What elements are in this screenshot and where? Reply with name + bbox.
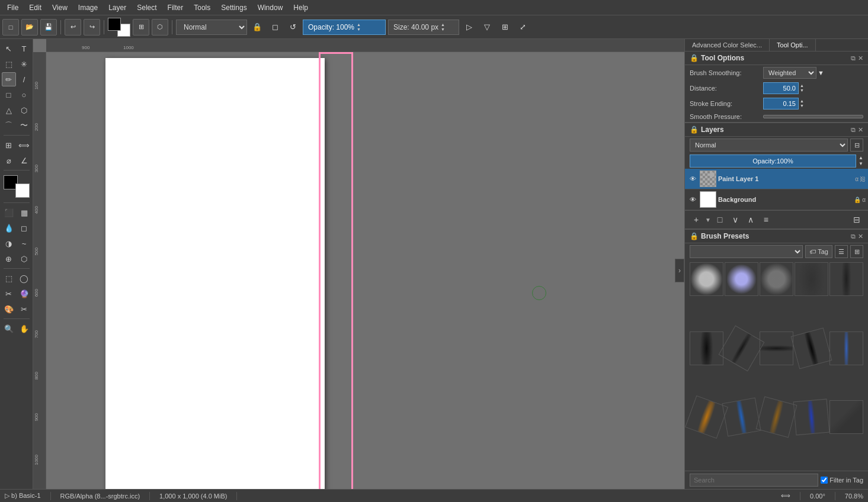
layer-menu-button[interactable]: ≡	[760, 213, 773, 226]
brush-item-11[interactable]	[685, 395, 728, 439]
tab-tool-options[interactable]: Tool Opti...	[770, 39, 816, 51]
menu-file[interactable]: File	[2, 2, 23, 13]
tool-zoom[interactable]: 🔍	[2, 321, 16, 336]
new-image-button[interactable]: □	[2, 19, 19, 36]
expand-button[interactable]: ⤢	[515, 20, 530, 35]
grid-button[interactable]: ⊞	[497, 20, 513, 35]
brush-item-13[interactable]	[756, 397, 797, 438]
redo-button[interactable]: ↪	[84, 19, 100, 36]
menu-help[interactable]: Help	[289, 2, 313, 13]
brush-item-12[interactable]	[722, 398, 761, 437]
lock-alpha-button[interactable]: 🔒	[249, 20, 265, 35]
distance-spinner[interactable]: ▲▼	[800, 83, 804, 93]
tool-fuzzy-select[interactable]: 🔮	[17, 287, 31, 301]
brush-item-3[interactable]	[760, 262, 793, 296]
brush-smoothing-expand[interactable]: ▼	[818, 69, 824, 76]
brush-item-14[interactable]	[793, 399, 830, 436]
brush-item-10[interactable]	[829, 332, 863, 365]
brush-item-6[interactable]	[690, 332, 723, 365]
tool-gradient[interactable]: ▦	[17, 205, 31, 220]
stroke-ending-spinner[interactable]: ▲▼	[800, 99, 804, 108]
menu-window[interactable]: Window	[253, 2, 288, 13]
undo-button[interactable]: ↩	[65, 19, 81, 36]
erase-button[interactable]: ◻	[267, 20, 283, 35]
tool-fill[interactable]: ⬛	[2, 205, 16, 220]
brush-presets-close-icon[interactable]: ✕	[858, 233, 863, 240]
status-resize-icon[interactable]: ⟺	[781, 492, 790, 500]
flip-h-button[interactable]: ▷	[462, 20, 477, 35]
tool-smudge[interactable]: ~	[17, 236, 31, 250]
tab-advanced-color[interactable]: Advanced Color Selec...	[685, 39, 770, 51]
brush-smoothing-select[interactable]: Weighted None Basic	[763, 67, 816, 79]
stroke-ending-input[interactable]	[763, 98, 799, 110]
menu-layer[interactable]: Layer	[104, 2, 131, 13]
tool-triangle[interactable]: △	[2, 103, 16, 117]
layer-visibility-bg[interactable]: 👁	[687, 194, 698, 205]
tool-options-float-icon[interactable]: ⧉	[851, 54, 856, 62]
brush-tag-dropdown[interactable]	[690, 245, 803, 258]
refresh-button[interactable]: ↺	[285, 20, 300, 35]
brush-item-7[interactable]	[719, 325, 765, 371]
tool-line[interactable]: /	[17, 72, 31, 86]
tool-curve[interactable]: ⌒	[2, 118, 16, 133]
brush-edit-button[interactable]: ⬡	[152, 19, 168, 36]
tool-perspective[interactable]: ⬡	[17, 252, 31, 266]
tool-color-pick[interactable]: 💧	[2, 221, 16, 235]
brush-item-9[interactable]	[791, 327, 832, 369]
tool-poly[interactable]: ⬡	[17, 103, 31, 117]
menu-settings[interactable]: Settings	[216, 2, 251, 13]
flip-v-button[interactable]: ▽	[479, 20, 495, 35]
collapse-panel-button[interactable]: ›	[675, 259, 684, 282]
tool-measure[interactable]: ⟺	[17, 138, 31, 152]
brush-item-1[interactable]	[690, 262, 723, 296]
tool-warp[interactable]: ⌀	[2, 153, 16, 168]
layer-down-button[interactable]: ∨	[729, 213, 742, 226]
tool-paintbrush[interactable]: ✏	[2, 72, 16, 86]
filter-in-tag-checkbox[interactable]	[821, 477, 828, 484]
background-swatch[interactable]	[15, 184, 30, 198]
save-button[interactable]: 💾	[40, 19, 57, 36]
brush-item-4[interactable]	[795, 262, 828, 296]
menu-filter[interactable]: Filter	[163, 2, 188, 13]
brush-item-2[interactable]	[725, 262, 758, 296]
brush-grid-view-button[interactable]: ⊞	[850, 245, 863, 258]
layer-up-button[interactable]: ∧	[744, 213, 757, 226]
tool-ellipse-select[interactable]: ◯	[17, 271, 31, 285]
tool-scissors[interactable]: ✂	[17, 302, 31, 316]
distance-input[interactable]	[763, 82, 799, 94]
layer-visibility-paint[interactable]: 👁	[687, 173, 698, 184]
tool-rect[interactable]: □	[2, 88, 16, 102]
color-balance-button[interactable]: ⊞	[133, 19, 149, 36]
tool-pan[interactable]: ✋	[17, 321, 31, 336]
layers-mode-select[interactable]: Normal Dissolve Multiply Screen	[690, 139, 848, 152]
tool-freehand[interactable]: 〜	[17, 118, 31, 133]
layer-background[interactable]: 👁 Background 🔒 α	[685, 189, 868, 210]
new-group-button[interactable]: □	[713, 213, 726, 226]
open-button[interactable]: 📂	[21, 19, 38, 36]
layer-settings-button[interactable]: ⊟	[850, 213, 863, 226]
brush-list-view-button[interactable]: ☰	[835, 245, 848, 258]
add-layer-button[interactable]: +	[690, 213, 703, 226]
tool-blur[interactable]: ◑	[2, 236, 16, 250]
tool-transform[interactable]: ⊞	[2, 138, 16, 152]
tool-angle[interactable]: ∠	[17, 153, 31, 168]
tool-options-close-icon[interactable]: ✕	[858, 54, 863, 62]
foreground-color[interactable]	[108, 18, 121, 31]
tool-rect-select[interactable]: ⬚	[2, 271, 16, 285]
menu-edit[interactable]: Edit	[24, 2, 46, 13]
tool-text[interactable]: T	[17, 41, 31, 56]
layers-opacity-spinner[interactable]: ▲▼	[859, 155, 863, 167]
tool-clone[interactable]: ⊕	[2, 252, 16, 266]
tool-ellipse[interactable]: ○	[17, 88, 31, 102]
layers-filter-button[interactable]: ⊟	[850, 139, 863, 152]
canvas-inner[interactable]: ›	[46, 52, 684, 489]
add-layer-dropdown[interactable]: ▼	[705, 217, 711, 223]
menu-select[interactable]: Select	[132, 2, 161, 13]
menu-view[interactable]: View	[47, 2, 72, 13]
tool-select-color[interactable]: 🎨	[2, 302, 16, 316]
layers-close-icon[interactable]: ✕	[858, 126, 863, 134]
opacity-spinner[interactable]: ▲▼	[357, 22, 361, 32]
brush-search-input[interactable]	[690, 474, 818, 487]
brush-item-15[interactable]	[829, 400, 863, 434]
smooth-pressure-slider[interactable]	[763, 115, 863, 118]
